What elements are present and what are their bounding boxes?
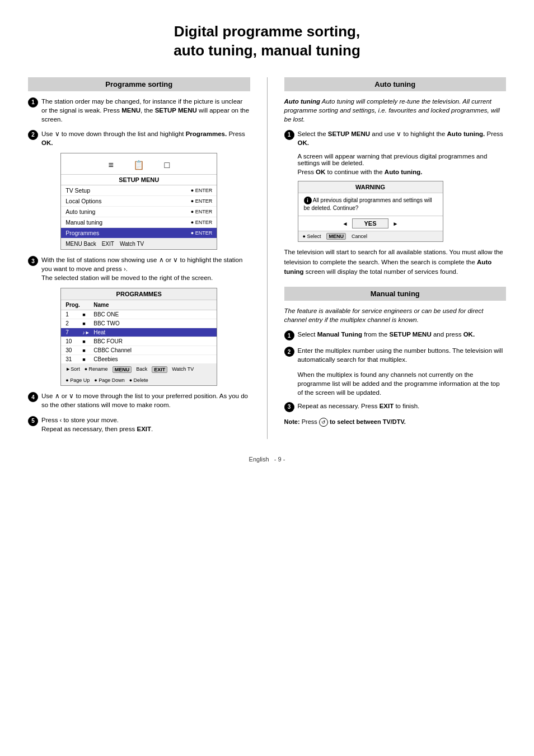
setup-menu-footer: MENU Back EXIT Watch TV (61, 239, 217, 249)
auto-step-1: 1 Select the SETUP MENU and use ∨ to hig… (284, 129, 507, 147)
left-column: Programme sorting 1 The station order ma… (28, 77, 250, 439)
prog-row-cbbc: 30 ■ CBBC Channel (61, 346, 217, 355)
prog-row-heat: 7 ♪► Heat (61, 328, 217, 337)
warning-icon: i (304, 197, 312, 204)
page-title: Digital programme sorting, auto tuning, … (28, 22, 506, 60)
yes-button[interactable]: YES (352, 218, 388, 228)
programmes-title: PROGRAMMES (61, 288, 217, 300)
prog-step-4: 4 Use ∧ or ∨ to move through the list to… (28, 391, 250, 409)
warning-yes-row: ◄ YES ► (298, 216, 443, 231)
menu-row-local: Local Options● ENTER (61, 196, 217, 207)
prog-step-1-content: The station order may be changed, for in… (41, 97, 250, 124)
auto-step-1b: A screen will appear warning that previo… (298, 153, 507, 166)
auto-tuning-header: Auto tuning (284, 77, 507, 91)
warning-box: WARNING i All previous digital programme… (298, 181, 443, 242)
prog-step-3-content: With the list of stations now showing us… (41, 255, 250, 282)
arrow-left-icon: ◄ (343, 221, 348, 227)
step-num-2: 2 (28, 130, 38, 140)
arrow-right-icon: ► (393, 221, 399, 227)
menu-row-auto: Auto tuning● ENTER (61, 207, 217, 217)
prog-step-5: 5 Press ‹ to store your move. Repeat as … (28, 416, 250, 433)
prog-step-5-content: Press ‹ to store your move. Repeat as ne… (41, 416, 250, 433)
manual-step-1-content: Select Manual Tuning from the SETUP MENU… (298, 330, 507, 339)
manual-step-2: 2 Enter the multiplex number using the n… (284, 346, 507, 364)
prog-row-cbeebies: 31 ■ CBeebies (61, 355, 217, 364)
menu-row-tvsetup: TV Setup● ENTER (61, 185, 217, 196)
column-divider (267, 77, 268, 439)
auto-tuning-intro: Auto tuning Auto tuning will completely … (284, 97, 507, 124)
icon-tv: □ (158, 158, 175, 172)
setup-menu-box: ≡ 📋 □ SETUP MENU TV Setup● ENTER Local O… (60, 153, 217, 250)
auto-step-2-text: The television will start to search for … (284, 248, 507, 277)
auto-step-1c: Press OK to continue with the Auto tunin… (298, 169, 507, 175)
manual-note: Note: Press ↺ to select between TV/DTV. (284, 418, 507, 427)
programmes-footer: ►Sort ● Rename MENUBack EXITWatch TV ● P… (61, 364, 217, 385)
prog-step-1: 1 The station order may be changed, for … (28, 97, 250, 124)
manual-step-num-1: 1 (284, 330, 294, 340)
setup-menu-title: SETUP MENU (61, 175, 217, 185)
warning-title: WARNING (298, 181, 443, 193)
programmes-box: PROGRAMMES Prog. Name 1 ■ BBC ONE 2 ■ BB… (60, 288, 217, 386)
prog-row-bbc4: 10 ■ BBC FOUR (61, 337, 217, 346)
prog-step-4-content: Use ∧ or ∨ to move through the list to y… (41, 391, 250, 409)
step-num-3: 3 (28, 256, 38, 266)
prog-step-2-content: Use ∨ to move down through the list and … (41, 129, 250, 147)
menu-row-programmes: Programmes● ENTER (61, 228, 217, 239)
programme-sorting-header: Programme sorting (28, 77, 250, 91)
step-num-5: 5 (28, 416, 38, 426)
right-column: Auto tuning Auto tuning Auto tuning will… (284, 77, 507, 427)
prog-step-3: 3 With the list of stations now showing … (28, 255, 250, 282)
prog-table-header: Prog. Name (61, 300, 217, 310)
icon-list: 📋 (130, 158, 147, 172)
manual-step-3: 3 Repeat as necessary. Press EXIT to fin… (284, 402, 507, 412)
manual-step-num-2: 2 (284, 347, 294, 357)
warning-content: i All previous digital programmes and se… (298, 193, 443, 216)
menu-row-manual: Manual tuning● ENTER (61, 217, 217, 228)
setup-menu-icons: ≡ 📋 □ (61, 153, 217, 175)
prog-row-bbc1: 1 ■ BBC ONE (61, 310, 217, 319)
manual-step-2b: When the multiplex is found any channels… (298, 370, 507, 397)
manual-step-3-content: Repeat as necessary. Press EXIT to finis… (298, 402, 507, 410)
manual-tuning-intro: The feature is available for service eng… (284, 306, 507, 324)
auto-step-1-content: Select the SETUP MENU and use ∨ to highl… (298, 129, 507, 147)
prog-step-2: 2 Use ∨ to move down through the list an… (28, 129, 250, 147)
step-num-1: 1 (28, 97, 38, 108)
page-footer: English - 9 - (28, 456, 506, 463)
warning-footer: ● Select MENU Cancel (298, 231, 443, 241)
auto-step-num-1: 1 (284, 130, 294, 140)
prog-row-bbc2: 2 ■ BBC TWO (61, 319, 217, 328)
manual-step-1: 1 Select Manual Tuning from the SETUP ME… (284, 330, 507, 340)
manual-step-2-content: Enter the multiplex number using the num… (298, 346, 507, 364)
manual-step-num-3: 3 (284, 402, 294, 412)
icon-settings: ≡ (102, 158, 119, 172)
manual-tuning-header: Manual tuning (284, 287, 507, 301)
step-num-4: 4 (28, 392, 38, 402)
